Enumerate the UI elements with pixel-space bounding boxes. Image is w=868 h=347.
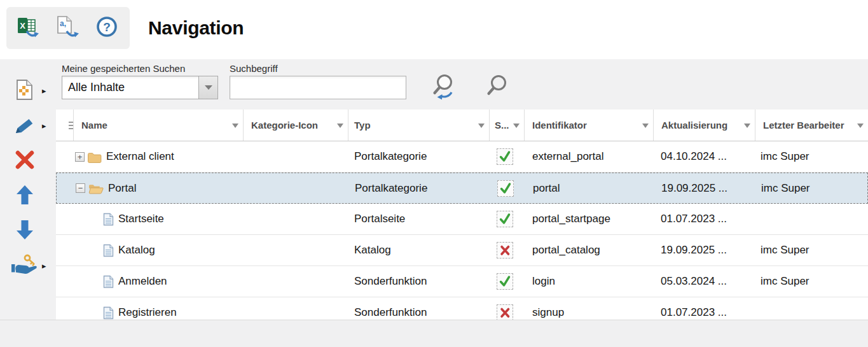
expand-toggle-icon[interactable]: + <box>75 152 85 162</box>
saved-searches-select[interactable]: Alle Inhalte <box>62 76 218 99</box>
cell-kategorie-icon <box>244 235 348 266</box>
cell-letzter-bearbeiter: imc Super <box>755 141 868 172</box>
sort-arrow-icon[interactable] <box>513 124 520 128</box>
sort-arrow-icon[interactable] <box>744 124 750 128</box>
sort-arrow-icon[interactable] <box>337 124 343 128</box>
new-document-icon <box>14 78 36 104</box>
search-icon <box>485 73 513 105</box>
column-header-sichtbar[interactable]: S... <box>490 110 525 141</box>
column-header-identifikator[interactable]: Identifikator <box>525 110 654 141</box>
cell-letzter-bearbeiter: imc Super <box>755 235 868 266</box>
table-row[interactable]: Startseite Portalseite portal_startpage … <box>56 204 868 235</box>
sort-arrow-icon[interactable] <box>642 124 649 128</box>
text-export-button[interactable]: a, <box>52 11 85 45</box>
cell-sichtbar <box>490 297 525 320</box>
table-row[interactable]: − Portal Portalkategorie portal 19.09.20… <box>56 173 868 204</box>
row-name-label: Katalog <box>118 244 155 257</box>
cell-typ: Sonderfunktion <box>348 266 490 297</box>
column-header-name[interactable]: Name <box>74 110 244 141</box>
excel-export-button[interactable]: X <box>13 11 46 45</box>
reset-search-button[interactable] <box>429 73 461 105</box>
row-name-label: External client <box>106 150 174 163</box>
hamburger-icon <box>69 122 73 129</box>
footer-strip <box>0 320 868 347</box>
top-bar: X a, <box>0 0 868 59</box>
not-visible-x-icon[interactable] <box>497 242 513 258</box>
column-header-aktualisierung[interactable]: Aktualisierung <box>654 110 755 141</box>
sort-arrow-icon[interactable] <box>857 124 864 128</box>
arrow-up-icon <box>15 184 34 208</box>
visible-check-icon[interactable] <box>497 180 514 197</box>
table-row[interactable]: Katalog Katalog portal_catalog 19.09.202… <box>56 235 868 266</box>
cell-kategorie-icon <box>244 173 349 203</box>
cell-aktualisierung: 05.03.2024 ... <box>654 266 755 297</box>
red-x-icon <box>14 150 36 173</box>
cell-aktualisierung: 01.07.2023 ... <box>654 297 755 320</box>
delete-button[interactable] <box>10 146 39 176</box>
cell-identifikator: login <box>525 266 654 297</box>
cell-name: − Portal <box>74 173 244 203</box>
cell-handle <box>57 173 74 203</box>
table-row[interactable]: Anmelden Sonderfunktion login 05.03.2024… <box>56 266 868 297</box>
cell-sichtbar <box>490 173 525 203</box>
table-row[interactable]: + External client Portalkategorie extern… <box>56 141 868 173</box>
row-name-label: Registrieren <box>118 306 177 319</box>
row-name-label: Anmelden <box>118 275 167 288</box>
help-button[interactable]: ? <box>90 11 123 45</box>
table-header-row: Name Kategorie-Icon Typ S... Identifikat… <box>56 110 868 141</box>
excel-export-icon: X <box>17 15 42 41</box>
arrow-down-icon <box>15 219 34 243</box>
select-dropdown-button[interactable] <box>198 76 217 99</box>
cell-identifikator: portal_startpage <box>525 204 654 234</box>
cell-letzter-bearbeiter <box>755 204 868 234</box>
permissions-button[interactable] <box>10 251 39 281</box>
column-header-letzter-bearbeiter[interactable]: Letzter Bearbeiter <box>755 110 868 141</box>
move-down-button[interactable] <box>10 216 39 246</box>
search-term-input[interactable] <box>230 76 406 99</box>
cell-identifikator: external_portal <box>525 141 654 172</box>
text-export-icon: a, <box>55 15 81 41</box>
row-name-label: Startseite <box>118 213 164 225</box>
expand-toggle-icon[interactable]: − <box>76 183 85 193</box>
node-icon <box>103 213 114 226</box>
sort-arrow-icon[interactable] <box>232 124 238 128</box>
sort-arrow-icon[interactable] <box>478 124 485 128</box>
svg-text:a,: a, <box>60 19 66 28</box>
pencil-icon <box>13 113 36 139</box>
cell-handle <box>56 141 74 172</box>
cell-identifikator: portal <box>525 173 654 203</box>
permissions-flyout-icon[interactable]: ▸ <box>42 251 50 281</box>
new-item-button[interactable] <box>10 76 39 106</box>
cell-kategorie-icon <box>244 204 348 234</box>
cell-sichtbar <box>490 141 525 172</box>
cell-name: Startseite <box>74 204 244 234</box>
cell-handle <box>56 235 74 266</box>
table-row[interactable]: Registrieren Sonderfunktion signup 01.07… <box>56 297 868 320</box>
visible-check-icon[interactable] <box>497 273 513 290</box>
visible-check-icon[interactable] <box>497 211 513 227</box>
cell-typ: Portalkategorie <box>348 141 490 172</box>
search-term-label: Suchbegriff <box>230 63 278 74</box>
search-button[interactable] <box>483 73 515 105</box>
new-item-flyout-icon[interactable]: ▸ <box>42 76 50 106</box>
not-visible-x-icon[interactable] <box>497 304 513 320</box>
node-icon <box>103 306 114 320</box>
cell-name: Katalog <box>74 235 244 266</box>
main-panel: ▸ ▸ <box>0 59 868 347</box>
cell-letzter-bearbeiter: imc Super <box>756 173 868 203</box>
cell-handle <box>56 297 74 320</box>
edit-button[interactable] <box>10 111 39 141</box>
node-icon <box>103 275 114 288</box>
edit-flyout-icon[interactable]: ▸ <box>42 111 50 141</box>
move-up-button[interactable] <box>10 181 39 211</box>
visible-check-icon[interactable] <box>497 148 513 165</box>
column-header-handle[interactable] <box>56 110 74 141</box>
column-header-kategorie-icon[interactable]: Kategorie-Icon <box>244 110 348 141</box>
cell-aktualisierung: 19.09.2025 ... <box>654 173 756 203</box>
cell-typ: Sonderfunktion <box>348 297 490 320</box>
svg-text:?: ? <box>103 20 111 34</box>
saved-searches-value: Alle Inhalte <box>62 76 198 99</box>
column-header-typ[interactable]: Typ <box>348 110 490 141</box>
cell-kategorie-icon <box>244 297 348 320</box>
help-icon: ? <box>94 14 120 42</box>
